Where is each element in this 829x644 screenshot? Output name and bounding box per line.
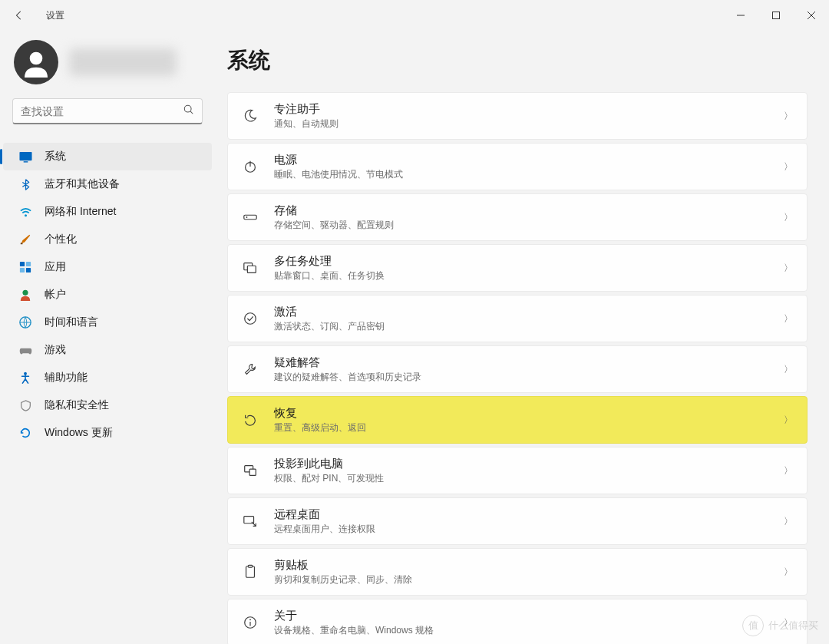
card-texts: 疑难解答 建议的疑难解答、首选项和历史记录 <box>274 355 768 384</box>
watermark: 值 什么值得买 <box>742 615 818 636</box>
search-icon <box>176 104 202 117</box>
svg-rect-27 <box>248 565 252 567</box>
card-desc: 贴靠窗口、桌面、任务切换 <box>274 269 768 282</box>
card-remote-desktop[interactable]: 远程桌面 远程桌面用户、连接权限 〉 <box>227 497 808 545</box>
svg-rect-12 <box>26 268 31 272</box>
card-clipboard[interactable]: 剪贴板 剪切和复制历史记录、同步、清除 〉 <box>227 548 808 596</box>
card-title: 激活 <box>274 305 768 319</box>
sidebar-item-time-language[interactable]: 时间和语言 <box>3 309 212 336</box>
multitasking-icon <box>242 259 259 276</box>
sidebar-item-network[interactable]: 网络和 Internet <box>3 198 212 226</box>
info-icon <box>242 614 259 631</box>
card-about[interactable]: 关于 设备规格、重命名电脑、Windows 规格 〉 <box>227 599 808 644</box>
search-input[interactable] <box>13 105 176 117</box>
card-desc: 剪切和复制历史记录、同步、清除 <box>274 573 768 586</box>
titlebar: 设置 <box>0 0 829 31</box>
card-title: 远程桌面 <box>274 507 768 522</box>
card-recovery[interactable]: 恢复 重置、高级启动、返回 〉 <box>227 396 808 444</box>
moon-icon <box>242 107 259 124</box>
card-desc: 睡眠、电池使用情况、节电模式 <box>274 168 768 181</box>
card-title: 多任务处理 <box>274 254 768 269</box>
card-activation[interactable]: 激活 激活状态、订阅、产品密钥 〉 <box>227 295 808 342</box>
chevron-right-icon: 〉 <box>784 566 793 579</box>
system-icon <box>18 150 32 163</box>
check-circle-icon <box>242 310 259 327</box>
power-icon <box>242 158 259 175</box>
sidebar-item-label: 系统 <box>45 150 66 163</box>
accessibility-icon <box>18 371 32 385</box>
sidebar-item-personalization[interactable]: 个性化 <box>3 226 212 253</box>
chevron-right-icon: 〉 <box>784 160 793 173</box>
nav-list: 系统 蓝牙和其他设备 网络和 Internet 个性化 <box>0 140 215 450</box>
card-texts: 专注助手 通知、自动规则 <box>274 102 768 130</box>
card-troubleshoot[interactable]: 疑难解答 建议的疑难解答、首选项和历史记录 〉 <box>227 345 808 393</box>
chevron-right-icon: 〉 <box>784 464 793 477</box>
card-multitasking[interactable]: 多任务处理 贴靠窗口、桌面、任务切换 〉 <box>227 244 808 292</box>
sidebar-item-label: 应用 <box>45 260 66 274</box>
sidebar-item-apps[interactable]: 应用 <box>3 253 212 281</box>
brush-icon <box>18 233 32 246</box>
remote-desktop-icon <box>242 513 259 530</box>
clipboard-icon <box>242 563 259 580</box>
globe-clock-icon <box>18 315 32 329</box>
card-texts: 远程桌面 远程桌面用户、连接权限 <box>274 507 768 536</box>
search-box[interactable] <box>12 98 203 124</box>
card-projecting[interactable]: 投影到此电脑 权限、配对 PIN、可发现性 〉 <box>227 447 808 494</box>
card-desc: 重置、高级启动、返回 <box>274 421 768 434</box>
chevron-right-icon: 〉 <box>784 110 793 123</box>
card-texts: 多任务处理 贴靠窗口、桌面、任务切换 <box>274 254 768 282</box>
sidebar-item-bluetooth[interactable]: 蓝牙和其他设备 <box>3 170 212 198</box>
card-desc: 设备规格、重命名电脑、Windows 规格 <box>274 624 768 637</box>
card-title: 电源 <box>274 153 768 167</box>
project-icon <box>242 462 259 479</box>
update-icon <box>18 426 32 440</box>
chevron-right-icon: 〉 <box>784 515 793 528</box>
chevron-right-icon: 〉 <box>784 414 793 427</box>
apps-icon <box>18 260 32 274</box>
sidebar-item-label: 蓝牙和其他设备 <box>45 177 120 191</box>
sidebar-item-accessibility[interactable]: 辅助功能 <box>3 364 212 391</box>
svg-rect-8 <box>21 243 23 244</box>
shield-icon <box>18 398 32 412</box>
username-blurred <box>69 48 177 76</box>
sidebar-item-label: Windows 更新 <box>45 426 113 440</box>
minimize-button[interactable] <box>723 1 758 30</box>
card-power[interactable]: 电源 睡眠、电池使用情况、节电模式 〉 <box>227 143 808 190</box>
gamepad-icon <box>18 343 32 357</box>
svg-rect-24 <box>249 469 256 475</box>
sidebar-item-accounts[interactable]: 帐户 <box>3 281 212 309</box>
card-focus-assist[interactable]: 专注助手 通知、自动规则 〉 <box>227 92 808 140</box>
person-icon <box>18 288 32 302</box>
svg-rect-1 <box>773 12 780 19</box>
storage-icon <box>242 209 259 226</box>
window-controls <box>723 1 829 30</box>
card-texts: 关于 设备规格、重命名电脑、Windows 规格 <box>274 609 768 637</box>
svg-rect-6 <box>23 161 28 162</box>
account-header[interactable] <box>0 40 215 98</box>
back-button[interactable] <box>8 4 31 27</box>
sidebar-item-privacy[interactable]: 隐私和安全性 <box>3 391 212 419</box>
card-texts: 投影到此电脑 权限、配对 PIN、可发现性 <box>274 457 768 485</box>
svg-rect-10 <box>26 262 31 266</box>
sidebar-item-windows-update[interactable]: Windows 更新 <box>3 419 212 447</box>
watermark-text: 什么值得买 <box>768 619 818 632</box>
card-title: 疑难解答 <box>274 355 768 370</box>
chevron-right-icon: 〉 <box>784 312 793 325</box>
sidebar-item-gaming[interactable]: 游戏 <box>3 336 212 364</box>
window-title: 设置 <box>46 9 64 22</box>
svg-point-22 <box>245 313 256 325</box>
bluetooth-icon <box>18 177 32 191</box>
svg-rect-26 <box>246 566 255 578</box>
maximize-button[interactable] <box>758 1 794 30</box>
card-desc: 建议的疑难解答、首选项和历史记录 <box>274 371 768 384</box>
search-wrap <box>0 98 215 140</box>
wrench-icon <box>242 361 259 378</box>
card-title: 存储 <box>274 203 768 218</box>
sidebar-item-label: 网络和 Internet <box>45 205 116 219</box>
sidebar: 系统 蓝牙和其他设备 网络和 Internet 个性化 <box>0 31 215 644</box>
card-storage[interactable]: 存储 存储空间、驱动器、配置规则 〉 <box>227 193 808 241</box>
sidebar-item-label: 游戏 <box>45 343 66 357</box>
sidebar-item-system[interactable]: 系统 <box>3 143 212 170</box>
sidebar-item-label: 时间和语言 <box>45 315 98 329</box>
close-button[interactable] <box>794 1 829 30</box>
